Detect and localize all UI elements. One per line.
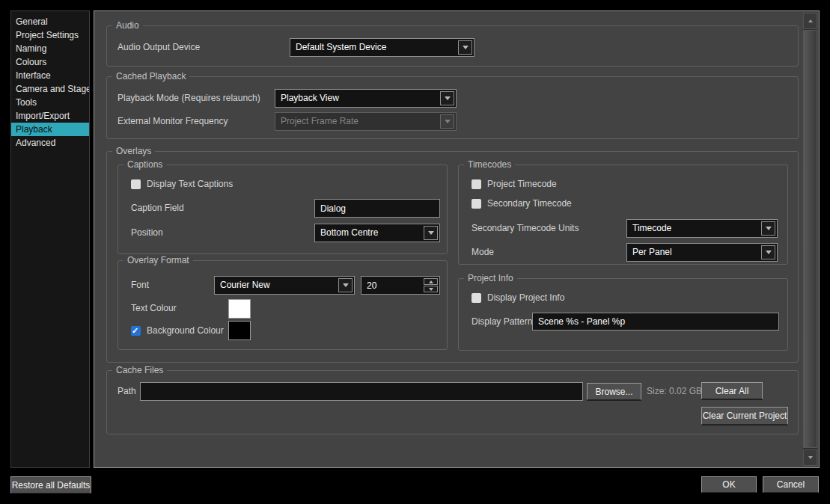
playback-mode-select[interactable]: Playback View	[275, 89, 457, 108]
chevron-down-icon[interactable]	[440, 91, 454, 105]
cache-path-input[interactable]	[140, 382, 583, 401]
scroll-up-icon[interactable]	[803, 13, 817, 29]
project-timecode-row: Project Timecode	[472, 179, 557, 189]
chevron-down-icon	[440, 114, 454, 129]
text-colour-label: Text Colour	[131, 299, 177, 318]
ok-button[interactable]: OK	[701, 476, 757, 493]
background-colour-label: Background Colour	[147, 325, 224, 336]
chevron-down-icon[interactable]	[458, 40, 472, 55]
caption-field-label: Caption Field	[131, 199, 184, 218]
clear-current-project-button[interactable]: Clear Current Project	[701, 407, 788, 425]
cache-size-text: Size: 0.02 GB	[647, 386, 702, 396]
text-colour-swatch[interactable]	[228, 299, 251, 319]
spinner-up-icon[interactable]	[424, 278, 438, 285]
mode-label: Mode	[472, 243, 494, 262]
audio-group: Audio Audio Output Device Default System…	[106, 25, 799, 67]
browse-button[interactable]: Browse...	[587, 383, 641, 400]
sidebar-item-project-settings[interactable]: Project Settings	[11, 28, 89, 42]
sidebar-item-naming[interactable]: Naming	[11, 42, 89, 55]
chevron-down-icon[interactable]	[424, 226, 438, 240]
secondary-timecode-units-select[interactable]: Timecode	[626, 219, 778, 238]
clear-all-button[interactable]: Clear All	[701, 382, 763, 399]
caption-field-input[interactable]	[314, 199, 440, 218]
display-project-info-label: Display Project Info	[487, 292, 564, 303]
category-sidebar: General Project Settings Naming Colours …	[10, 10, 90, 468]
cache-files-group-title: Cache Files	[112, 364, 167, 376]
font-label: Font	[131, 276, 149, 295]
background-colour-swatch[interactable]	[228, 321, 251, 340]
spinner-down-icon[interactable]	[424, 286, 438, 292]
audio-output-device-label: Audio Output Device	[118, 38, 200, 57]
chevron-down-icon[interactable]	[761, 221, 775, 236]
chevron-down-icon[interactable]	[338, 278, 353, 292]
audio-output-device-select[interactable]: Default System Device	[290, 38, 474, 57]
vertical-scrollbar[interactable]	[803, 13, 817, 466]
sidebar-item-advanced[interactable]: Advanced	[11, 136, 89, 150]
restore-all-defaults-button[interactable]: Restore all Defaults	[10, 476, 91, 494]
overlay-format-group: Overlay Format Font Courier New Text Col…	[118, 260, 448, 350]
display-text-captions-checkbox[interactable]	[131, 179, 141, 189]
timecodes-group: Timecodes Project Timecode Secondary Tim…	[458, 165, 788, 265]
chevron-down-icon[interactable]	[761, 245, 775, 259]
secondary-timecode-row: Secondary Timecode	[472, 198, 572, 209]
settings-panel: Audio Audio Output Device Default System…	[94, 10, 820, 468]
captions-group: Captions Display Text Captions Caption F…	[118, 165, 448, 254]
overlays-group-title: Overlays	[112, 145, 155, 157]
audio-group-title: Audio	[112, 19, 143, 31]
external-monitor-frequency-label: External Monitor Frequency	[118, 112, 228, 131]
sidebar-item-camera-and-stage[interactable]: Camera and Stage	[11, 82, 89, 96]
display-project-info-row: Display Project Info	[472, 292, 564, 303]
playback-mode-label: Playback Mode (Requires relaunch)	[118, 89, 260, 108]
scroll-down-icon[interactable]	[803, 449, 817, 466]
mode-select[interactable]: Per Panel	[626, 243, 778, 262]
display-text-captions-row: Display Text Captions	[131, 179, 233, 189]
preferences-dialog: General Project Settings Naming Colours …	[0, 0, 830, 504]
project-info-group-title: Project Info	[464, 272, 517, 284]
scrollbar-thumb[interactable]	[803, 30, 817, 448]
project-timecode-checkbox[interactable]	[472, 179, 481, 189]
secondary-timecode-units-label: Secondary Timecode Units	[472, 219, 579, 238]
cached-playback-group: Cached Playback Playback Mode (Requires …	[106, 76, 799, 139]
secondary-timecode-checkbox[interactable]	[472, 199, 481, 209]
overlay-format-group-title: Overlay Format	[123, 254, 193, 266]
display-text-captions-label: Display Text Captions	[147, 179, 233, 189]
sidebar-item-playback[interactable]: Playback	[11, 123, 89, 136]
cached-playback-group-title: Cached Playback	[112, 70, 189, 82]
font-select[interactable]: Courier New	[214, 276, 355, 295]
background-colour-row: Background Colour	[131, 325, 224, 336]
background-colour-checkbox[interactable]	[131, 326, 141, 336]
sidebar-item-colours[interactable]: Colours	[11, 55, 89, 69]
font-size-input[interactable]	[361, 277, 422, 294]
project-info-group: Project Info Display Project Info Displa…	[458, 278, 788, 351]
display-pattern-input[interactable]	[532, 313, 779, 331]
display-pattern-label: Display Pattern	[472, 313, 532, 331]
cancel-button[interactable]: Cancel	[763, 476, 819, 493]
sidebar-item-interface[interactable]: Interface	[11, 69, 89, 82]
external-monitor-frequency-select: Project Frame Rate	[275, 112, 457, 131]
project-timecode-label: Project Timecode	[487, 179, 557, 189]
sidebar-item-tools[interactable]: Tools	[11, 96, 89, 109]
captions-group-title: Captions	[123, 159, 166, 170]
sidebar-item-general[interactable]: General	[11, 15, 89, 28]
display-project-info-checkbox[interactable]	[472, 293, 481, 303]
font-size-spinner[interactable]	[361, 276, 440, 295]
secondary-timecode-label: Secondary Timecode	[487, 198, 572, 209]
timecodes-group-title: Timecodes	[464, 159, 515, 170]
sidebar-item-import-export[interactable]: Import/Export	[11, 109, 89, 123]
position-label: Position	[131, 224, 163, 242]
path-label: Path	[118, 382, 136, 401]
overlays-group: Overlays Captions Display Text Captions …	[106, 151, 799, 363]
position-select[interactable]: Bottom Centre	[314, 224, 440, 242]
cache-files-group: Cache Files Path Browse... Size: 0.02 GB…	[106, 370, 799, 434]
